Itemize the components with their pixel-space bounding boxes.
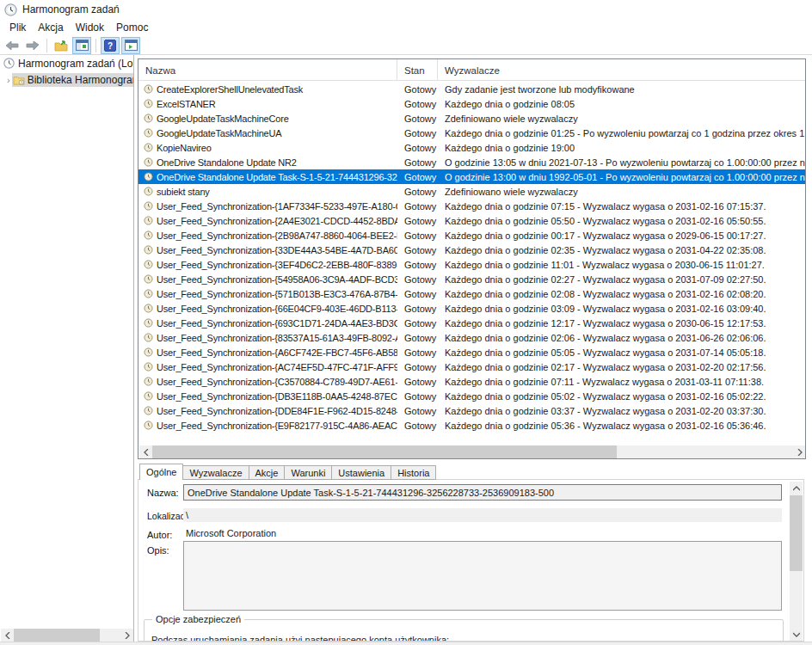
scroll-down-icon[interactable]	[790, 628, 803, 641]
details-panel: Nazwa: OneDrive Standalone Update Task-S…	[138, 479, 804, 642]
task-trigger: Każdego dnia o godzinie 02:06 - Wyzwalac…	[438, 333, 805, 343]
scrollbar-thumb[interactable]	[152, 445, 617, 458]
task-trigger: O godzinie 13:00 w dniu 1992-05-01 - Po …	[438, 172, 805, 182]
console-tree-icon	[76, 40, 89, 51]
task-row[interactable]: GoogleUpdateTaskMachineCoreGotowyZdefini…	[138, 111, 805, 126]
task-status: Gotowy	[397, 362, 438, 372]
task-trigger: Zdefiniowano wiele wyzwalaczy	[438, 187, 805, 197]
scroll-up-icon[interactable]	[790, 482, 803, 494]
task-row[interactable]: ExcelSTANERGotowyKażdego dnia o godzinie…	[138, 96, 805, 111]
help-button[interactable]: ?	[101, 37, 120, 54]
task-row[interactable]: OneDrive Standalone Update NR2GotowyO go…	[138, 155, 805, 169]
task-row[interactable]: User_Feed_Synchronization-{AC74EF5D-47FC…	[138, 359, 805, 374]
task-clock-icon	[144, 216, 153, 225]
export-folder-button[interactable]	[52, 37, 71, 54]
task-name: User_Feed_Synchronization-{83537A15-61A3…	[157, 333, 397, 343]
task-row-selected[interactable]: OneDrive Standalone Update Task-S-1-5-21…	[138, 169, 805, 184]
scroll-left-icon[interactable]	[1, 629, 14, 642]
back-button[interactable]	[3, 37, 22, 54]
opis-label: Opis:	[147, 545, 169, 556]
task-status: Gotowy	[397, 84, 438, 95]
nazwa-label: Nazwa:	[147, 488, 179, 498]
task-row[interactable]: User_Feed_Synchronization-{2B98A747-8860…	[138, 228, 805, 243]
tree-item-task-library[interactable]: › Biblioteka Harmonogram	[0, 71, 133, 88]
task-row[interactable]: CreateExplorerShellUnelevatedTaskGotowyG…	[138, 82, 805, 96]
folder-arrow-icon	[54, 40, 68, 52]
task-status: Gotowy	[397, 143, 438, 153]
forward-button[interactable]	[23, 37, 42, 54]
tab-ogólne[interactable]: Ogólne	[139, 464, 183, 480]
task-name: User_Feed_Synchronization-{571B013B-E3C3…	[157, 289, 397, 299]
tree-item-task-scheduler-root[interactable]: Harmonogram zadań (Lokalr	[0, 55, 133, 71]
autor-label: Autor:	[147, 530, 172, 540]
details-vertical-scrollbar[interactable]	[790, 482, 803, 641]
menu-item-widok[interactable]: Widok	[70, 20, 110, 35]
task-row[interactable]: User_Feed_Synchronization-{DDE84F1E-F962…	[138, 403, 805, 418]
task-status: Gotowy	[397, 289, 438, 299]
scroll-right-icon[interactable]	[120, 629, 133, 642]
task-trigger: Każdego dnia o godzinie 05:50 - Wyzwalac…	[438, 216, 805, 226]
task-row[interactable]: User_Feed_Synchronization-{A6CF742E-FBC7…	[138, 345, 805, 359]
task-name: ExcelSTANER	[157, 99, 216, 109]
scrollbar-thumb[interactable]	[790, 495, 803, 571]
task-clock-icon	[144, 172, 153, 181]
menu-bar: PlikAkcjaWidokPomoc	[0, 19, 812, 35]
chevron-right-icon[interactable]: ›	[7, 75, 10, 85]
menu-item-pomoc[interactable]: Pomoc	[110, 20, 154, 35]
task-trigger: Każdego dnia o godzinie 05:05 - Wyzwalac…	[438, 347, 805, 358]
task-row[interactable]: User_Feed_Synchronization-{3EF4D6C2-2EBB…	[138, 257, 805, 272]
column-header-stan[interactable]: Stan	[397, 59, 438, 81]
scroll-left-icon[interactable]	[139, 445, 152, 458]
toolbar-separator	[46, 39, 47, 52]
lokalizacja-field: \	[183, 508, 782, 522]
task-row[interactable]: subiekt stanyGotowyZdefiniowano wiele wy…	[138, 184, 805, 199]
task-row[interactable]: User_Feed_Synchronization-{571B013B-E3C3…	[138, 286, 805, 301]
tree-library-label: Biblioteka Harmonogram	[28, 74, 133, 86]
task-trigger: Każdego dnia o godzinie 02:17 - Wyzwalac…	[438, 362, 805, 372]
task-name: User_Feed_Synchronization-{33DE44A3-54BE…	[157, 245, 397, 255]
task-row[interactable]: User_Feed_Synchronization-{E9F82177-915C…	[138, 418, 805, 433]
opis-field[interactable]	[183, 541, 782, 611]
task-row[interactable]: User_Feed_Synchronization-{2A4E3021-CDCD…	[138, 213, 805, 228]
tab-ustawienia[interactable]: Ustawienia	[332, 465, 391, 480]
task-row[interactable]: User_Feed_Synchronization-{DB3E118B-0AA5…	[138, 389, 805, 403]
tab-akcje[interactable]: Akcje	[249, 465, 286, 480]
column-header-wyzwalacze[interactable]: Wyzwalacze	[438, 59, 805, 81]
svg-text:?: ?	[108, 40, 113, 50]
column-header-nazwa[interactable]: Nazwa	[138, 59, 397, 81]
task-clock-icon	[144, 245, 153, 255]
table-horizontal-scrollbar[interactable]	[139, 445, 806, 458]
security-options-group: Opcje zabezpieczeń Podczas uruchamiania …	[144, 619, 784, 642]
task-trigger: Zdefiniowano wiele wyzwalaczy	[438, 114, 805, 124]
task-trigger: O godzinie 13:05 w dniu 2021-07-13 - Po …	[438, 157, 805, 168]
task-status: Gotowy	[397, 230, 438, 241]
task-trigger: Każdego dnia o godzinie 03:37 - Wyzwalac…	[438, 406, 805, 416]
nazwa-field[interactable]: OneDrive Standalone Update Task-S-1-5-21…	[183, 484, 782, 501]
menu-item-akcja[interactable]: Akcja	[32, 20, 69, 35]
task-row[interactable]: User_Feed_Synchronization-{54958A06-3C9A…	[138, 272, 805, 286]
task-row[interactable]: User_Feed_Synchronization-{33DE44A3-54BE…	[138, 243, 805, 257]
menu-item-plik[interactable]: Plik	[3, 20, 32, 35]
tab-historia[interactable]: Historia	[391, 465, 436, 480]
tab-warunki[interactable]: Warunki	[285, 465, 332, 480]
clock-icon	[3, 58, 15, 69]
tab-wyzwalacze[interactable]: Wyzwalacze	[183, 465, 249, 480]
task-clock-icon	[144, 406, 153, 415]
console-tree-toggle-button[interactable]	[72, 37, 91, 54]
task-row[interactable]: KopieNavireoGotowyKażdego dnia o godzini…	[138, 140, 805, 155]
task-name: User_Feed_Synchronization-{2B98A747-8860…	[157, 230, 397, 241]
sidebar-horizontal-scrollbar[interactable]	[1, 629, 133, 642]
task-row[interactable]: User_Feed_Synchronization-{693C1D71-24DA…	[138, 316, 805, 330]
task-row[interactable]: User_Feed_Synchronization-{83537A15-61A3…	[138, 330, 805, 345]
task-row[interactable]: User_Feed_Synchronization-{C3570884-C789…	[138, 374, 805, 389]
scroll-right-icon[interactable]	[793, 445, 806, 458]
security-options-legend: Opcje zabezpieczeń	[152, 614, 244, 624]
action-pane-toggle-button[interactable]	[121, 37, 140, 54]
task-name: KopieNavireo	[157, 143, 212, 153]
task-row[interactable]: User_Feed_Synchronization-{66E04CF9-403E…	[138, 301, 805, 316]
task-name: User_Feed_Synchronization-{DB3E118B-0AA5…	[157, 391, 397, 402]
scrollbar-thumb[interactable]	[14, 629, 100, 642]
task-row[interactable]: User_Feed_Synchronization-{1AF7334F-5233…	[138, 199, 805, 213]
task-row[interactable]: GoogleUpdateTaskMachineUAGotowyKażdego d…	[138, 126, 805, 140]
task-trigger: Każdego dnia o godzinie 19:00	[438, 143, 805, 153]
